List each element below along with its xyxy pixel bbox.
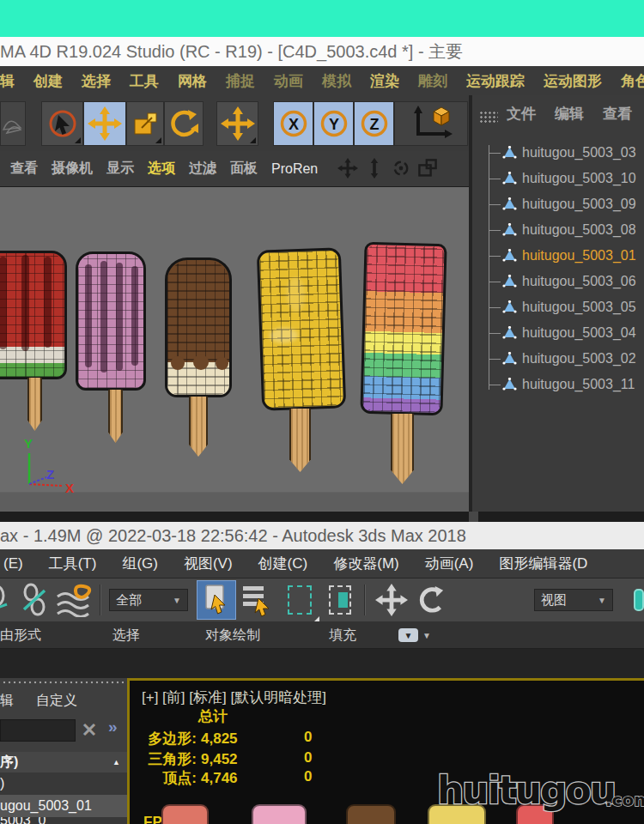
y-axis-lock-button[interactable]: Y (313, 101, 354, 146)
viewport-label[interactable]: [+] [前] [标准] [默认明暗处理] (142, 688, 326, 707)
x-axis-lock-button[interactable]: X (273, 101, 313, 146)
max-menu-graph-editors[interactable]: 图形编辑器(D (499, 554, 587, 573)
z-axis-lock-button[interactable]: Z (354, 101, 394, 146)
vp-menu-options[interactable]: 选项 (148, 160, 175, 178)
object-row[interactable]: huitugou_5003_06 (472, 269, 644, 294)
select-and-move-icon[interactable] (374, 581, 409, 619)
move-tool-button[interactable] (83, 101, 126, 146)
select-and-rotate-icon[interactable] (416, 581, 445, 619)
undo-redo-icon[interactable] (0, 101, 26, 146)
object-row[interactable]: huitugou_5003_03 (472, 140, 644, 166)
bind-to-spacewarp-icon[interactable] (55, 581, 94, 619)
vp-menu-view[interactable]: 查看 (10, 160, 38, 178)
om-menu-file[interactable]: 文件 (507, 104, 536, 124)
chevron-down-icon[interactable]: ▼ (422, 631, 431, 640)
object-row[interactable]: huitugou_5003_02 (472, 346, 644, 372)
explorer-menu: 辑 自定义 (0, 692, 77, 710)
last-tool-button[interactable] (216, 101, 258, 146)
max-viewport[interactable]: [+] [前] [标准] [默认明暗处理] 总计 多边形:4,8250 三角形:… (127, 678, 644, 824)
popsicle-rainbow (360, 242, 447, 415)
c4d-title-bar[interactable]: MA 4D R19.024 Studio (RC - R19) - [C4D_5… (0, 37, 644, 66)
svg-text:huitugou: huitugou (437, 768, 615, 812)
explorer-row-selected[interactable]: ugou_5003_01 (0, 795, 127, 817)
live-selection-button[interactable] (41, 101, 83, 146)
c4d-menu-character[interactable]: 角色 (621, 71, 644, 91)
reference-coordinate-dropdown[interactable]: 视图 ▼ (534, 589, 613, 611)
max-menu-animation[interactable]: 动画(A) (425, 554, 474, 573)
stats-vertices: 顶点:4,7460 (145, 768, 238, 788)
object-row[interactable]: huitugou_5003_11 (472, 372, 644, 397)
vp-menu-camera[interactable]: 摄像机 (52, 160, 93, 178)
unlink-selection-icon[interactable] (21, 581, 48, 619)
explorer-column-header[interactable]: 序) ▲ (0, 752, 127, 772)
select-object-button[interactable] (197, 580, 236, 620)
object-row[interactable]: huitugou_5003_08 (472, 217, 644, 243)
window-crossing-toggle-icon[interactable] (326, 581, 354, 619)
c4d-menu-simulate[interactable]: 模拟 (322, 71, 351, 91)
rectangular-selection-region-icon[interactable] (285, 581, 314, 619)
chocolate-drip (193, 354, 209, 370)
c4d-menu-sculpt[interactable]: 雕刻 (418, 71, 447, 91)
c4d-menu-animate[interactable]: 动画 (274, 71, 303, 91)
sort-ascending-icon[interactable]: ▲ (112, 758, 120, 766)
rotate-view-icon[interactable] (391, 158, 411, 179)
c4d-menu-render[interactable]: 渲染 (370, 71, 399, 91)
c4d-menu-mograph[interactable]: 运动图形 (544, 71, 602, 91)
object-row-selected[interactable]: huitugou_5003_01 (472, 243, 644, 269)
c4d-menu-snap[interactable]: 捕捉 (226, 71, 255, 91)
object-row[interactable]: huitugou_5003_09 (472, 191, 644, 217)
selection-filter-dropdown[interactable]: 全部 ▼ (109, 589, 188, 611)
c4d-menu-select[interactable]: 选择 (82, 71, 111, 91)
c4d-toolbar: X Y Z (0, 95, 469, 151)
zoom-view-icon[interactable] (364, 158, 385, 179)
max-menu-tools[interactable]: 工具(T) (49, 554, 97, 573)
explorer-menu-edit[interactable]: 辑 (0, 692, 14, 710)
explorer-row-partial[interactable]: 5003_0 (0, 817, 127, 824)
ribbon-minimize-button[interactable]: ▼ (398, 628, 418, 642)
c4d-menu-motion-tracker[interactable]: 运动跟踪 (466, 71, 525, 91)
coordinate-system-button[interactable] (394, 101, 468, 146)
c4d-menu-tools[interactable]: 工具 (130, 71, 159, 91)
rotate-tool-button[interactable] (164, 101, 204, 146)
ribbon-tab-freeform[interactable]: 由形式 (0, 627, 41, 645)
select-by-name-icon[interactable] (240, 581, 274, 619)
svg-text:Z: Z (369, 116, 379, 133)
c4d-menu-edit[interactable]: 辑 (0, 71, 15, 91)
max-title-bar[interactable]: ax - 1.49M @ 2022-03-18 22:56:42 - Autod… (0, 522, 644, 549)
explorer-menu-customize[interactable]: 自定义 (36, 692, 77, 710)
max-menu-modifiers[interactable]: 修改器(M) (333, 554, 398, 573)
popsicle-top-salmon (161, 804, 209, 824)
object-row[interactable]: huitugou_5003_10 (472, 166, 644, 191)
explorer-search-input[interactable] (0, 719, 76, 742)
max-menu-edit[interactable]: (E) (3, 555, 23, 573)
om-menu-edit[interactable]: 编辑 (555, 104, 584, 124)
pan-view-icon[interactable] (337, 158, 358, 179)
clear-search-icon[interactable]: ✕ (79, 719, 100, 742)
max-menu-create[interactable]: 创建(C) (258, 554, 308, 573)
object-row[interactable]: huitugou_5003_05 (472, 294, 644, 320)
ribbon-tab-selection[interactable]: 选择 (112, 627, 140, 645)
toggle-view-icon[interactable] (417, 158, 438, 179)
ribbon-tab-populate[interactable]: 填充 (329, 627, 356, 645)
vp-menu-display[interactable]: 显示 (106, 160, 134, 178)
max-menu-group[interactable]: 组(G) (122, 554, 158, 573)
panel-grip-dots[interactable] (2, 680, 124, 685)
vp-menu-filter[interactable]: 过滤 (189, 160, 216, 178)
explorer-row[interactable]: ) (0, 772, 127, 795)
panel-grip-icon[interactable] (479, 111, 498, 124)
vp-menu-panel[interactable]: 面板 (230, 160, 258, 178)
svg-text:Z: Z (46, 467, 54, 482)
expand-chevrons-icon[interactable]: » (108, 718, 118, 736)
vp-menu-prorender[interactable]: ProRen (271, 161, 318, 177)
object-row[interactable]: huitugou_5003_04 (472, 320, 644, 346)
popsicle-top-pink (252, 804, 307, 824)
use-center-icon[interactable] (634, 581, 644, 619)
om-menu-view[interactable]: 查看 (603, 104, 632, 124)
c4d-viewport[interactable]: Y X Z (0, 187, 469, 512)
max-menu-views[interactable]: 视图(V) (184, 554, 233, 573)
c4d-menu-mesh[interactable]: 网格 (178, 71, 207, 91)
c4d-menu-create[interactable]: 创建 (33, 71, 63, 91)
select-link-icon[interactable] (0, 581, 10, 619)
scale-tool-button[interactable] (126, 101, 164, 146)
ribbon-tab-object-paint[interactable]: 对象绘制 (205, 627, 260, 645)
